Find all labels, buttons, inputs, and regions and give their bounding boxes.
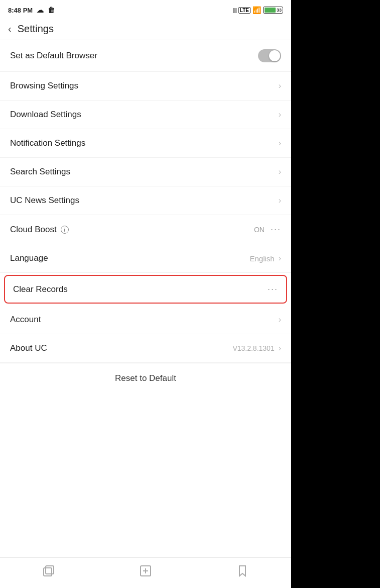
status-time: 8:48 PM ☁ 🗑 [8, 6, 55, 14]
dots-icon[interactable]: ··· [268, 284, 278, 295]
setting-label-notification: Notification Settings [10, 138, 85, 148]
nav-tabs-button[interactable] [42, 564, 56, 578]
setting-item-browsing-settings[interactable]: Browsing Settings › [0, 72, 291, 101]
setting-item-uc-news[interactable]: UC News Settings › [0, 186, 291, 215]
nav-share-button[interactable] [139, 564, 153, 578]
chevron-icon: › [279, 315, 281, 324]
language-right: English › [249, 254, 281, 263]
setting-item-cloud-boost[interactable]: Cloud Boost i ON ··· [0, 215, 291, 244]
setting-item-notification-settings[interactable]: Notification Settings › [0, 129, 291, 158]
chevron-account: › [279, 315, 281, 324]
nav-bookmark-button[interactable] [235, 564, 249, 578]
svg-rect-1 [44, 568, 52, 576]
setting-item-language[interactable]: Language English › [0, 244, 291, 273]
chevron-icon: › [279, 110, 281, 119]
setting-label-browsing: Browsing Settings [10, 81, 78, 91]
dots-icon[interactable]: ··· [271, 224, 281, 235]
wifi-icon: 📶 [252, 6, 261, 14]
tabs-icon [42, 564, 56, 578]
time-label: 8:48 PM [8, 7, 33, 14]
chevron-icon: › [279, 81, 281, 90]
toggle-thumb [269, 50, 280, 61]
about-uc-right: V13.2.8.1301 › [232, 344, 281, 353]
setting-item-account[interactable]: Account › [0, 306, 291, 334]
back-button[interactable]: ‹ [8, 23, 12, 35]
setting-label-account: Account [10, 315, 41, 325]
on-label: ON [254, 226, 265, 234]
chevron-icon: › [279, 196, 281, 205]
setting-label-uc-news: UC News Settings [10, 195, 79, 206]
lte-icon: LTE [238, 7, 250, 14]
setting-item-download-settings[interactable]: Download Settings › [0, 101, 291, 129]
share-icon [139, 564, 153, 578]
svg-rect-2 [46, 566, 54, 574]
chevron-icon: › [279, 344, 281, 353]
setting-label-language: Language [10, 253, 48, 263]
settings-list: Set as Default Browser Browsing Settings… [0, 40, 291, 557]
toggle-default-browser[interactable] [258, 49, 281, 62]
info-icon[interactable]: i [61, 226, 69, 234]
setting-label-cloud-boost: Cloud Boost i [10, 225, 69, 235]
clear-records-right: ··· [268, 284, 278, 295]
setting-item-search-settings[interactable]: Search Settings › [0, 158, 291, 186]
reset-section: Reset to Default [0, 363, 291, 394]
chevron-browsing: › [279, 81, 281, 90]
status-icons: |||| LTE 📶 33 [232, 6, 283, 14]
reset-to-default-button[interactable]: Reset to Default [10, 373, 281, 383]
battery-indicator: 33 [263, 7, 283, 14]
chevron-notification: › [279, 139, 281, 148]
language-value: English [249, 254, 274, 263]
page-title: Settings [18, 23, 54, 35]
chevron-icon: › [279, 167, 281, 176]
chevron-icon: › [279, 139, 281, 148]
toggle-track[interactable] [258, 49, 281, 62]
bookmark-icon [235, 564, 249, 578]
signal-icon: |||| [232, 7, 236, 13]
chevron-download: › [279, 110, 281, 119]
delete-icon: 🗑 [48, 6, 55, 14]
status-bar: 8:48 PM ☁ 🗑 |||| LTE 📶 33 [0, 0, 291, 18]
annotation-arrow [289, 274, 291, 305]
setting-label-default-browser: Set as Default Browser [10, 51, 97, 61]
cloud-boost-right: ON ··· [254, 224, 281, 235]
chevron-uc-news: › [279, 196, 281, 205]
setting-label-download: Download Settings [10, 110, 81, 120]
chevron-icon: › [279, 254, 281, 263]
setting-item-about-uc[interactable]: About UC V13.2.8.1301 › [0, 334, 291, 363]
battery-level: 33 [277, 8, 282, 13]
setting-label-clear-records: Clear Records [13, 284, 68, 295]
cloud-icon: ☁ [37, 6, 44, 14]
setting-item-default-browser[interactable]: Set as Default Browser [0, 40, 291, 72]
chevron-search: › [279, 167, 281, 176]
setting-label-search: Search Settings [10, 167, 70, 177]
setting-item-clear-records[interactable]: Clear Records ··· [4, 275, 287, 304]
bottom-nav [0, 557, 291, 588]
header: ‹ Settings [0, 18, 291, 40]
version-value: V13.2.8.1301 [232, 344, 274, 352]
setting-label-about-uc: About UC [10, 343, 47, 353]
